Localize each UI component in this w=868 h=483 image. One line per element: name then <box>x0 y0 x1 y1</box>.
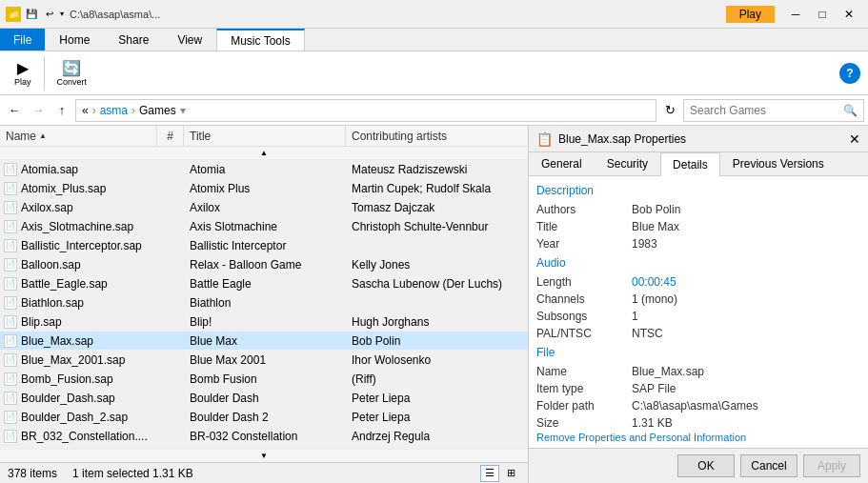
props-row-folderpath: Folder path C:\a8\asap\asma\Games <box>529 397 868 414</box>
refresh-button[interactable]: ↻ <box>659 100 680 121</box>
props-tabs: General Security Details Previous Versio… <box>529 152 868 176</box>
file-icon: 📄 <box>4 315 17 329</box>
file-cell-artists: Andrzej Regula <box>346 430 528 443</box>
section-file: File <box>529 342 868 363</box>
tab-music-tools[interactable]: Music Tools <box>216 29 304 50</box>
remove-properties-link[interactable]: Remove Properties and Personal Informati… <box>536 432 746 443</box>
props-row-size: Size 1.31 KB <box>529 414 868 427</box>
props-label: Authors <box>529 201 624 218</box>
file-cell-name: 📄 Axis_Slotmachine.sap <box>0 220 157 233</box>
table-row[interactable]: 📄 Atomix_Plus.sap Atomix Plus Martin Cup… <box>0 179 528 198</box>
props-value: Blue_Max.sap <box>624 363 868 380</box>
maximize-button[interactable]: □ <box>809 4 836 25</box>
props-tab-general[interactable]: General <box>529 152 595 175</box>
tab-file[interactable]: File <box>0 29 45 50</box>
view-icons: ☰ ⊞ <box>480 465 520 482</box>
file-icon: 📄 <box>4 239 17 252</box>
play-button[interactable]: Play <box>726 6 775 23</box>
table-row[interactable]: 📄 Bomb_Fusion.sap Bomb Fusion (Riff) <box>0 370 528 389</box>
props-tab-previous-versions[interactable]: Previous Versions <box>720 152 837 175</box>
props-value: Bob Polin <box>624 201 868 218</box>
props-row-name: Name Blue_Max.sap <box>529 363 868 380</box>
status-bar: 378 items 1 item selected 1.31 KB ☰ ⊞ <box>0 462 528 483</box>
apply-button[interactable]: Apply <box>803 454 860 477</box>
props-label: Channels <box>529 291 624 308</box>
table-row[interactable]: 📄 Axilox.sap Axilox Tomasz Dajczak <box>0 198 528 217</box>
file-cell-artists: Tomasz Dajczak <box>346 201 528 214</box>
file-cell-artists: Hugh Jorghans <box>346 315 528 329</box>
close-button[interactable]: ✕ <box>836 4 862 25</box>
props-row-subsongs: Subsongs 1 <box>529 308 868 325</box>
file-cell-artists: Kelly Jones <box>346 258 528 272</box>
scroll-up[interactable]: ▲ <box>0 147 528 160</box>
props-value: Blue Max <box>624 218 868 235</box>
table-row[interactable]: 📄 Blue_Max.sap Blue Max Bob Polin <box>0 332 528 351</box>
props-label: Year <box>529 235 624 252</box>
props-label: PAL/NTSC <box>529 325 624 342</box>
table-row[interactable]: 📄 Blue_Max_2001.sap Blue Max 2001 Ihor W… <box>0 351 528 370</box>
table-row[interactable]: 📄 Biathlon.sap Biathlon <box>0 293 528 312</box>
ribbon-btn-play[interactable]: ▶ Play <box>8 56 38 90</box>
quick-access-save[interactable]: 💾 <box>24 7 39 22</box>
view-details[interactable]: ☰ <box>480 465 499 482</box>
table-row[interactable]: 📄 Boulder_Dash_2.sap Boulder Dash 2 Pete… <box>0 408 528 427</box>
col-artists-header[interactable]: Contributing artists <box>346 126 528 146</box>
table-row[interactable]: 📄 BR_032_Constellation.... BR-032 Conste… <box>0 427 528 446</box>
file-cell-name: 📄 Boulder_Dash.sap <box>0 392 157 405</box>
quick-access-undo[interactable]: ↩ <box>42 7 57 22</box>
props-window-icon: 📋 <box>536 131 553 147</box>
forward-button[interactable]: → <box>28 100 49 121</box>
tab-share[interactable]: Share <box>104 29 163 50</box>
table-row[interactable]: 📄 Battle_Eagle.sap Battle Eagle Sascha L… <box>0 274 528 293</box>
file-icon: 📄 <box>4 163 17 176</box>
breadcrumb-games[interactable]: Games <box>139 104 176 117</box>
ok-button[interactable]: OK <box>677 454 735 477</box>
search-input[interactable] <box>690 104 843 117</box>
file-cell-artists: Mateusz Radziszewski <box>346 163 528 176</box>
file-cell-name: 📄 BR_032_Constellation.... <box>0 430 157 443</box>
table-row[interactable]: 📄 Balloon.sap Relax - Balloon Game Kelly… <box>0 255 528 274</box>
table-row[interactable]: 📄 Blip.sap Blip! Hugh Jorghans <box>0 312 528 332</box>
dropdown-arrow[interactable]: ▾ <box>60 10 64 18</box>
tab-home[interactable]: Home <box>45 29 104 50</box>
file-cell-artists: Sascha Lubenow (Der Luchs) <box>346 277 528 291</box>
table-row[interactable]: 📄 Boulder_Dash.sap Boulder Dash Peter Li… <box>0 389 528 408</box>
file-icon: 📄 <box>4 430 17 443</box>
table-row[interactable]: 📄 Atomia.sap Atomia Mateusz Radziszewski <box>0 160 528 179</box>
props-value: 1 (mono) <box>624 291 868 308</box>
search-box[interactable]: 🔍 <box>683 99 864 122</box>
file-cell-title: BR-032 Constellation <box>184 430 346 443</box>
file-cell-name: 📄 Blue_Max_2001.sap <box>0 353 157 367</box>
props-close-button[interactable]: ✕ <box>849 131 860 147</box>
back-button[interactable]: ← <box>4 100 25 121</box>
file-cell-name: 📄 Atomia.sap <box>0 163 157 176</box>
props-tab-security[interactable]: Security <box>595 152 660 175</box>
props-tab-details[interactable]: Details <box>660 152 720 176</box>
table-row[interactable]: 📄 Axis_Slotmachine.sap Axis Slotmachine … <box>0 217 528 236</box>
sort-arrow: ▲ <box>39 131 47 140</box>
props-row-authors: Authors Bob Polin <box>529 201 868 218</box>
col-title-header[interactable]: Title <box>184 126 346 146</box>
table-row[interactable]: 📄 Ballistic_Interceptor.sap Ballistic In… <box>0 236 528 255</box>
ribbon-btn-convert[interactable]: 🔄 Convert <box>50 56 94 90</box>
file-icon: 📄 <box>4 353 17 367</box>
help-button[interactable]: ? <box>839 63 860 84</box>
tab-view[interactable]: View <box>163 29 216 50</box>
props-remove-link[interactable]: Remove Properties and Personal Informati… <box>529 427 868 448</box>
file-cell-title: Blip! <box>184 315 346 329</box>
up-button[interactable]: ↑ <box>51 100 72 121</box>
cancel-button[interactable]: Cancel <box>740 454 797 477</box>
scroll-down[interactable]: ▼ <box>0 449 528 462</box>
breadcrumb[interactable]: « › asma › Games ▾ <box>75 99 656 122</box>
col-hash-header[interactable]: # <box>157 126 184 146</box>
convert-icon: 🔄 <box>62 59 81 77</box>
props-value: SAP File <box>624 380 868 397</box>
props-label: Title <box>529 218 624 235</box>
breadcrumb-asma[interactable]: asma <box>100 104 128 117</box>
minimize-button[interactable]: ─ <box>782 4 809 25</box>
col-name-header[interactable]: Name ▲ <box>0 126 157 146</box>
file-cell-title: Relax - Balloon Game <box>184 258 346 272</box>
title-path: C:\a8\asap\asma\... <box>70 9 726 20</box>
selected-info: 1 item selected 1.31 KB <box>72 467 193 480</box>
view-large[interactable]: ⊞ <box>501 465 520 482</box>
